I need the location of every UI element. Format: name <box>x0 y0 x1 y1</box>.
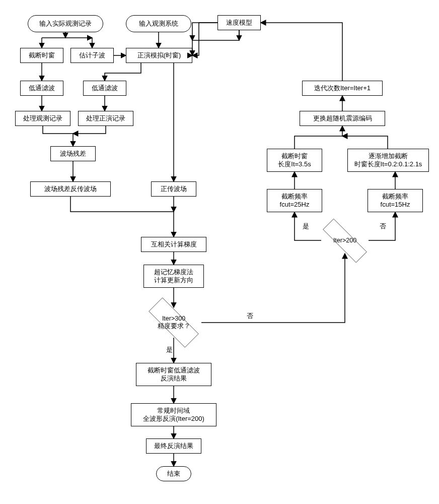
flowchart-arrows <box>0 0 439 504</box>
flowchart-canvas: 输入实际观测记录 输入观测系统 截断时窗 估计子波 正演模拟(时窗) 速度模型 … <box>0 0 439 504</box>
